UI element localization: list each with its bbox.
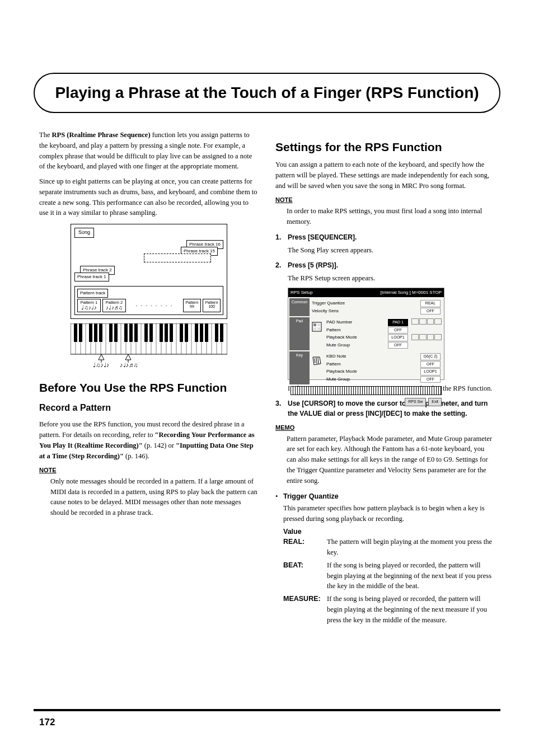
pattern-track-label: Pattern track bbox=[77, 289, 108, 298]
record-pattern-paragraph: Before you use the RPS function, you mus… bbox=[39, 419, 259, 461]
param-name: Trigger Quantize bbox=[283, 491, 339, 502]
page-footer: 172 bbox=[34, 709, 500, 728]
ss-common-fields: Trigger QuantizeREAL Velocity SensOFF bbox=[310, 298, 443, 316]
svg-rect-58 bbox=[313, 327, 316, 330]
svg-rect-41 bbox=[144, 323, 148, 342]
intro-paragraph-1: The RPS (Realtime Phrase Sequence) funct… bbox=[39, 130, 259, 172]
rps-setup-screenshot: RPS Setup [Internal Song ] M=0001 STOP C… bbox=[288, 288, 444, 380]
heading-record-pattern: Record a Pattern bbox=[39, 401, 259, 415]
svg-rect-42 bbox=[149, 323, 153, 342]
ss-kbdnote-val: G6(C 2) bbox=[420, 353, 441, 360]
value-key-beat: BEAT: bbox=[283, 560, 327, 591]
pattern-cell-1: Pattern 1 ♩♫♪♩♪ bbox=[77, 299, 101, 312]
heading-settings: Settings for the RPS Function bbox=[275, 140, 495, 154]
ss-padmg-label: Mute Group bbox=[326, 342, 350, 349]
ss-titlebar: RPS Setup [Internal Song ] M=0001 STOP bbox=[288, 288, 444, 297]
heading-before-you-use: Before You Use the RPS Function bbox=[39, 381, 259, 395]
ss-padpb-label: Playback Mode bbox=[326, 334, 357, 341]
ss-pad-fields: PAD NumberPAD 1 PatternOFF Playback Mode… bbox=[324, 317, 410, 350]
record-ref-2-pg: (p. 146). bbox=[124, 452, 149, 460]
ss-bottom-buttons: RPS Sw Exit bbox=[288, 397, 444, 407]
ss-pad-grid bbox=[410, 317, 443, 350]
ss-mini-keyboard bbox=[291, 386, 442, 395]
value-heading: Value bbox=[283, 527, 495, 537]
svg-rect-37 bbox=[114, 323, 118, 342]
ss-velsens-val: OFF bbox=[420, 308, 441, 315]
svg-rect-33 bbox=[89, 323, 92, 342]
note-text-left: Only note messages should be recorded in… bbox=[50, 476, 259, 518]
svg-rect-47 bbox=[185, 323, 188, 342]
step-number: 3. bbox=[275, 398, 288, 419]
ss-padnum-val: PAD 1 bbox=[388, 319, 408, 326]
phrase-track-spacer bbox=[144, 253, 211, 262]
ss-key-icon bbox=[310, 351, 324, 384]
ss-trigq-label: Trigger Quantize bbox=[312, 300, 345, 307]
svg-rect-43 bbox=[160, 323, 163, 342]
ss-padmg-val: OFF bbox=[388, 342, 408, 349]
ss-keymg-val: OFF bbox=[420, 376, 441, 383]
value-row-real: REAL: The pattern will begin playing at … bbox=[283, 537, 495, 558]
note-icon: NOTE bbox=[39, 466, 259, 475]
ss-pad-tab: Pad bbox=[289, 317, 310, 350]
pattern-cell-100: Pattern 100 bbox=[203, 299, 221, 312]
ss-padpb-val: LOOP1 bbox=[388, 334, 408, 341]
svg-rect-38 bbox=[124, 323, 128, 342]
svg-rect-40 bbox=[134, 323, 138, 342]
pattern-cell-99: Pattern 99 bbox=[183, 299, 201, 312]
svg-rect-49 bbox=[200, 323, 203, 342]
svg-rect-50 bbox=[205, 323, 208, 342]
svg-rect-36 bbox=[109, 323, 113, 342]
memo-text: Pattern parameter, Playback Mode paramet… bbox=[287, 434, 495, 486]
ss-velsens-label: Velocity Sens bbox=[312, 308, 339, 315]
step-2-label: Press [5 (RPS)]. bbox=[288, 260, 495, 271]
intro-bold: RPS (Realtime Phrase Sequence) bbox=[52, 131, 151, 139]
phrase-track-1: Phrase track 1 bbox=[74, 273, 109, 281]
ss-trigq-val: REAL bbox=[420, 300, 441, 307]
svg-rect-31 bbox=[74, 323, 77, 342]
pattern-row: Pattern 1 ♩♫♪♩♪ Pattern 2 ♪♩♪♬♫ - - - - … bbox=[77, 299, 221, 312]
ss-keypat-val: OFF bbox=[420, 361, 441, 368]
value-key-measure: MEASURE: bbox=[283, 594, 327, 625]
value-row-measure: MEASURE: If the song is being played or … bbox=[283, 594, 495, 625]
ss-common-section: Common Trigger QuantizeREAL Velocity Sen… bbox=[289, 298, 443, 316]
svg-rect-52 bbox=[220, 323, 223, 342]
phrase-track-stack-bottom: Phrase track 2 Phrase track 1 bbox=[74, 266, 223, 283]
settings-paragraph: You can assign a pattern to each note of… bbox=[275, 159, 495, 191]
svg-rect-35 bbox=[99, 323, 102, 342]
ss-exit-button: Exit bbox=[428, 398, 442, 406]
step-2: 2. Press [5 (RPS)]. bbox=[275, 260, 495, 271]
svg-rect-45 bbox=[170, 323, 173, 342]
ss-padpat-val: OFF bbox=[388, 327, 408, 334]
svg-text:♪♩♪♬♫: ♪♩♪♬♫ bbox=[120, 361, 138, 368]
ss-pad-section: Pad PAD NumberPAD 1 PatternOFF Playback … bbox=[289, 317, 443, 350]
ss-padnum-label: PAD Number bbox=[326, 319, 353, 326]
step-1-label: Press [SEQUENCER]. bbox=[288, 232, 495, 243]
value-row-beat: BEAT: If the song is being played or rec… bbox=[283, 560, 495, 591]
pattern-1-wave: ♩♫♪♩♪ bbox=[79, 305, 99, 311]
svg-rect-32 bbox=[79, 323, 82, 342]
step-number: 2. bbox=[275, 260, 288, 271]
ss-key-section: Key KBD NoteG6(C 2) PatternOFF Playback … bbox=[289, 351, 443, 384]
ss-kbdnote-label: KBD Note bbox=[326, 353, 346, 360]
step-2-desc: The RPS Setup screen appears. bbox=[288, 273, 495, 284]
svg-rect-34 bbox=[94, 323, 97, 342]
step-1-desc: The Song Play screen appears. bbox=[288, 245, 495, 256]
page-number: 172 bbox=[39, 717, 500, 728]
footer-rule bbox=[34, 709, 500, 711]
ss-keymg-label: Mute Group bbox=[326, 376, 350, 383]
svg-text:♩♫♪♩♪: ♩♫♪♩♪ bbox=[93, 361, 109, 368]
intro-pre: The bbox=[39, 131, 52, 139]
value-text-real: The pattern will begin playing at the mo… bbox=[327, 537, 495, 558]
content-columns: The RPS (Realtime Phrase Sequence) funct… bbox=[34, 130, 500, 627]
pattern-track-box: Pattern track Pattern 1 ♩♫♪♩♪ Pattern 2 … bbox=[74, 286, 223, 315]
ss-title-text: RPS Setup bbox=[291, 289, 313, 296]
value-text-beat: If the song is being played or recorded,… bbox=[327, 560, 495, 591]
ss-title-right: [Internal Song ] M=0001 STOP bbox=[381, 289, 442, 296]
value-table: REAL: The pattern will begin playing at … bbox=[283, 537, 495, 625]
ss-key-fields: KBD NoteG6(C 2) PatternOFF Playback Mode… bbox=[324, 351, 443, 384]
phrase-track-stack-top: Phrase track 16 Phrase track 15 bbox=[74, 240, 223, 262]
ss-common-tab: Common bbox=[289, 298, 310, 316]
record-ref-1-pg: (p. 142) or bbox=[143, 442, 176, 449]
svg-rect-59 bbox=[317, 327, 320, 330]
note-text-right-1: In order to make RPS settings, you must … bbox=[287, 206, 495, 227]
